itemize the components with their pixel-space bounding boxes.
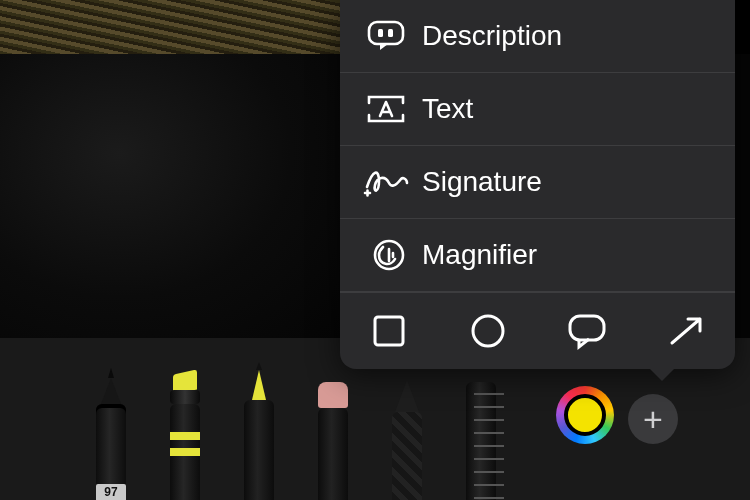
lasso-body [392,412,422,500]
shape-row [340,292,735,369]
lasso-tip-icon [395,380,419,412]
menu-item-signature[interactable]: Signature [340,146,735,219]
text-icon [358,93,414,125]
menu-item-label: Text [422,93,473,125]
eraser-cap-icon [318,382,348,408]
pencil-tip-icon [252,370,266,400]
color-picker-button[interactable] [556,386,614,444]
svg-rect-1 [378,29,383,37]
add-button[interactable]: + [628,394,678,444]
plus-icon: + [643,400,663,439]
pen-tip-icon [101,378,121,404]
eraser-body [318,408,348,500]
svg-rect-0 [369,22,403,44]
shape-circle-button[interactable] [453,301,523,361]
menu-item-magnifier[interactable]: Magnifier [340,219,735,292]
svg-rect-6 [570,316,604,340]
canvas-area[interactable] [0,54,340,338]
menu-item-label: Signature [422,166,542,198]
magnifier-icon [358,237,414,273]
current-color-swatch [564,394,606,436]
add-popover: Description Text Signature [340,0,735,369]
highlighter-band [170,432,200,440]
shape-arrow-button[interactable] [651,301,721,361]
svg-rect-2 [388,29,393,37]
photo-preview [0,0,340,54]
shape-speech-bubble-button[interactable] [552,301,622,361]
menu-item-description[interactable]: Description [340,0,735,73]
ruler-body-icon [466,382,496,500]
menu-item-label: Description [422,20,562,52]
signature-icon [358,165,414,199]
highlighter-band [170,448,200,456]
svg-rect-4 [375,317,403,345]
tool-size-badge: 97 [96,484,126,500]
svg-point-5 [473,316,503,346]
pencil-body [244,400,274,500]
highlighter-collar [170,390,200,404]
description-icon [358,19,414,53]
menu-item-text[interactable]: Text [340,73,735,146]
shape-rectangle-button[interactable] [354,301,424,361]
menu-item-label: Magnifier [422,239,537,271]
